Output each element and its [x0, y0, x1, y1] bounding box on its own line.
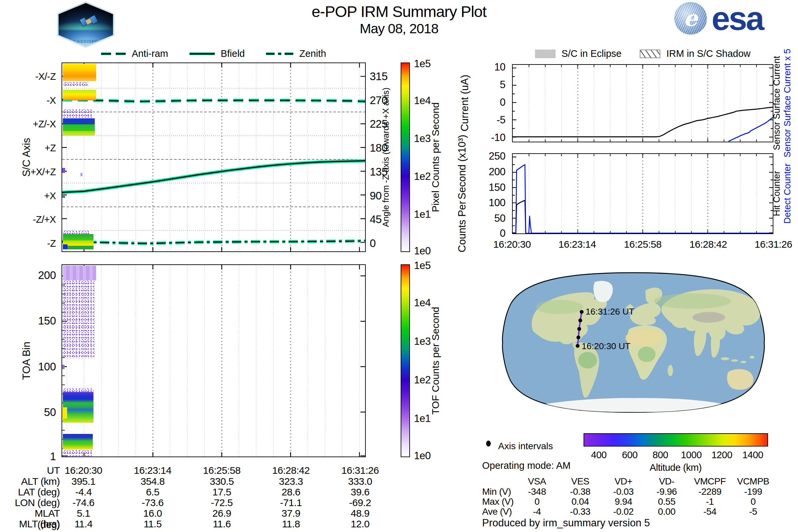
ground-track-map: 16:31:26 UT 16:20:30 UT: [491, 264, 775, 421]
current-plot-canvas: [513, 65, 773, 141]
ephemeris-cell: 6.5: [123, 487, 183, 498]
ephemeris-cell: 11.6: [192, 518, 252, 530]
ephemeris-cell: 48.9: [330, 508, 390, 519]
counts-ylabel-line1: Counts Per: [456, 201, 468, 252]
tof-cbar-tick: 1e4: [414, 297, 431, 309]
pixel-cbar-tick: 1e4: [414, 95, 431, 107]
ephemeris-cell: 16:28:42: [261, 465, 321, 476]
tof-cbar-tick: 1e5: [414, 260, 431, 272]
axis-intervals-dot-icon: [486, 440, 491, 446]
angle-ytick-right: 315: [370, 70, 388, 83]
voltage-row-label: Max (V): [482, 496, 514, 507]
ephemeris-cell: 12.0: [330, 518, 390, 530]
angle-plot: [61, 62, 366, 252]
ephemeris-cell: 16:25:58: [192, 465, 252, 476]
voltage-cell: -348: [515, 487, 558, 497]
left-plot-legend: Anti-ram Bfield Zenith: [61, 48, 366, 59]
ephemeris-cell: 323.3: [261, 476, 321, 487]
cassiope-patch-art: CASSIOPE: [55, 3, 117, 46]
legend-label: IRM in S/C Shadow: [666, 48, 750, 59]
ephemeris-row-label: LAT (deg): [10, 487, 60, 498]
current-plot-ylabel: Current (uA): [459, 75, 471, 132]
altitude-tick: 800: [653, 450, 668, 460]
spectrogram-blob: [63, 118, 95, 125]
legend-label: Zenith: [299, 48, 326, 59]
counts-ytick: 50: [494, 212, 506, 225]
altitude-tick: 600: [622, 450, 638, 460]
counts-ylabel-line2: Second (x10³): [456, 135, 468, 200]
legend-item-bfield: Bfield: [190, 48, 245, 59]
spectrogram-blob: [62, 407, 67, 419]
ephemeris-cell: 16:23:14: [123, 465, 183, 476]
spectrogram-blob: [63, 434, 93, 450]
legend-item-shadow: IRM in S/C Shadow: [640, 48, 750, 59]
cassiope-label: CASSIOPE: [55, 39, 117, 44]
ephemeris-cell: 17.5: [192, 487, 252, 498]
pixel-colorbar-label: Pixel Counts per Second: [430, 102, 441, 212]
voltage-col-header: VSA: [515, 476, 558, 487]
toa-ytick: 1: [50, 450, 56, 463]
ephemeris-cell: -72.5: [192, 497, 252, 508]
ephemeris-row-label: MLT (hrs): [10, 518, 60, 530]
esa-logo: e esa: [674, 2, 763, 35]
angle-ytick: +X/+Z: [31, 167, 56, 177]
voltage-cell: -5: [732, 507, 775, 517]
current-plot: [512, 64, 773, 142]
counts-ytick: 150: [489, 182, 506, 193]
ephemeris-cell: 11.5: [123, 518, 183, 530]
voltage-cell: 0.00: [645, 507, 688, 517]
esa-globe-icon: e: [674, 2, 707, 35]
voltage-cell: 0.04: [558, 496, 602, 507]
spectrogram-blob: [63, 244, 68, 249]
spectrogram-blob: [63, 82, 88, 87]
toa-plot: [61, 264, 366, 457]
voltage-col-header: VCMPB: [732, 476, 775, 487]
current-ytick: 0: [500, 96, 506, 108]
voltage-cell: -0.38: [558, 487, 602, 497]
ephemeris-cell: 395.1: [54, 476, 113, 487]
track-point: [578, 319, 582, 323]
time-xtick: 16:25:58: [624, 239, 662, 250]
pixel-cbar-tick: 1e2: [414, 171, 431, 183]
counts-plot: [512, 153, 773, 234]
esa-wordmark: esa: [711, 3, 763, 33]
track-point: [577, 327, 581, 331]
eclipse-swatch-icon: [535, 50, 556, 58]
pixel-colorbar: [401, 62, 410, 252]
angle-ytick-right: 45: [370, 213, 382, 226]
current-ytick: -10: [491, 132, 506, 144]
legend-label: Bfield: [221, 48, 245, 59]
spectrogram-blob: [63, 280, 94, 358]
pixel-cbar-tick: 1e0: [414, 245, 431, 257]
bfield-solid-line-icon: [190, 52, 215, 55]
spectrogram-blob: [63, 450, 92, 457]
time-xtick: 16:28:42: [690, 239, 727, 250]
ephemeris-cell: 16.0: [123, 508, 183, 519]
counts-ytick: 100: [489, 197, 506, 209]
toa-ytick: 150: [38, 315, 56, 327]
cassiope-mission-patch: CASSIOPE: [53, 1, 118, 48]
ephemeris-cell: 11.4: [54, 518, 113, 530]
legend-label: S/C in Eclipse: [562, 48, 622, 59]
pixel-cbar-tick: 1e5: [414, 58, 431, 70]
legend-label: Anti-ram: [132, 48, 168, 59]
ephemeris-cell: 28.6: [261, 487, 321, 498]
ephemeris-cell: 16:20:30: [54, 465, 113, 476]
tof-cbar-tick: 1e0: [414, 450, 431, 462]
current-ytick: 5: [500, 79, 506, 91]
spectrogram-blob: [63, 266, 96, 280]
ephemeris-cell: 354.8: [123, 476, 183, 487]
ephemeris-cell: -4.4: [54, 487, 113, 498]
time-xtick: 16:31:26: [755, 239, 792, 250]
legend-item-eclipse: S/C in Eclipse: [535, 48, 622, 59]
ephemeris-cell: 16:31:26: [330, 465, 390, 476]
altitude-colorbar: [584, 433, 768, 446]
spectrogram-blob: [62, 193, 65, 198]
pixel-cbar-tick: 1e3: [414, 133, 431, 145]
operating-mode-label: Operating mode: AM: [482, 460, 571, 471]
counts-right-label-black: Hit Counter: [772, 171, 782, 216]
world-map-canvas: 16:31:26 UT 16:20:30 UT: [491, 264, 775, 421]
ephemeris-cell: -73.6: [123, 497, 183, 508]
ephemeris-cell: -71.1: [261, 497, 321, 508]
ephemeris-row-label: ALT (km): [10, 476, 60, 487]
